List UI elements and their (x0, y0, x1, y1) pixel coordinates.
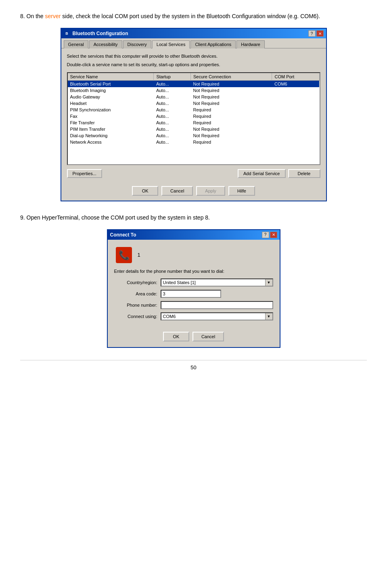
tab-general[interactable]: General (64, 40, 88, 48)
ct-phone-row: 📞 1 (114, 245, 273, 265)
tab-local-services[interactable]: Local Services (152, 40, 190, 48)
col-startup: Startup (154, 73, 191, 81)
tab-discovery[interactable]: Discovery (123, 40, 151, 48)
table-row[interactable]: Network AccessAuto...Required (68, 139, 320, 145)
ct-close-button[interactable]: ✕ (270, 232, 277, 238)
table-row[interactable]: PIM SynchronizationAuto...Required (68, 107, 320, 113)
bt-dialog: B Bluetooth Configuration ? ✕ General Ac… (61, 28, 327, 201)
ct-area-row: Area code: (114, 290, 273, 298)
table-row[interactable]: Audio GatewayAuto...Not Required (68, 94, 320, 100)
table-row[interactable]: Dial-up NetworkingAuto...Not Required (68, 132, 320, 139)
bt-titlebar: B Bluetooth Configuration ? ✕ (61, 29, 326, 38)
apply-button[interactable]: Apply (196, 186, 225, 196)
step8-text: 8. On the server side, check the local C… (20, 12, 367, 21)
bt-logo-icon: B (64, 30, 70, 37)
bt-body: Select the services that this computer w… (61, 48, 326, 183)
add-serial-service-button[interactable]: Add Serial Service (238, 169, 286, 178)
bt-bottom-btns: Properties... Add Serial Service Delete (67, 169, 320, 178)
cancel-button[interactable]: Cancel (161, 186, 193, 196)
ct-footer: OK Cancel (108, 329, 280, 347)
ct-cancel-button[interactable]: Cancel (192, 332, 224, 341)
ct-ok-button[interactable]: OK (163, 332, 189, 341)
bt-tabs: General Accessibility Discovery Local Se… (61, 38, 326, 48)
ct-titlebar-controls: ? ✕ (262, 232, 277, 238)
page-number: 50 (20, 360, 367, 370)
ct-connect-value: COM6 (161, 314, 265, 319)
ct-phone-label: Phone number: (114, 303, 161, 308)
col-service-name: Service Name (68, 73, 154, 81)
bt-service-table: Service Name Startup Secure Connection C… (68, 73, 320, 145)
col-com: COM Port (272, 73, 319, 81)
tab-client-applications[interactable]: Client Applications (190, 40, 236, 48)
bt-service-table-wrapper: Service Name Startup Secure Connection C… (67, 72, 320, 165)
table-row[interactable]: Bluetooth ImagingAuto...Not Required (68, 87, 320, 94)
ct-area-input[interactable] (161, 290, 221, 298)
ct-connect-row: Connect using: COM6 ▼ (114, 312, 273, 320)
titlebar-controls: ? ✕ (308, 30, 324, 37)
ct-body: 📞 1 Enter details for the phone number t… (108, 240, 280, 329)
ok-button[interactable]: OK (132, 186, 158, 196)
svg-text:📞: 📞 (118, 250, 130, 261)
ct-help-button[interactable]: ? (262, 232, 269, 238)
table-row[interactable]: FaxAuto...Required (68, 113, 320, 119)
delete-button[interactable]: Delete (288, 169, 320, 178)
close-button[interactable]: ✕ (316, 30, 324, 37)
ct-country-arrow-icon: ▼ (265, 279, 272, 286)
step9-text: 9. Open HyperTerminal, choose the COM po… (20, 213, 367, 222)
ct-desc: Enter details for the phone number that … (114, 269, 273, 274)
help-button[interactable]: ? (308, 30, 316, 37)
ct-titlebar: Connect To ? ✕ (108, 230, 280, 240)
ct-country-label: Country/region: (114, 280, 161, 285)
table-row[interactable]: PIM Item TransferAuto...Not Required (68, 126, 320, 132)
ct-connect-label: Connect using: (114, 314, 161, 319)
bt-dialog-title: Bluetooth Configuration (73, 31, 128, 36)
bt-dialog-container: B Bluetooth Configuration ? ✕ General Ac… (20, 28, 367, 201)
ct-country-select[interactable]: United States [1] ▼ (161, 278, 273, 287)
ct-dialog-container: Connect To ? ✕ 📞 1 Enter details for the… (20, 229, 367, 348)
phone-icon: 📞 (114, 245, 134, 265)
server-word: server (45, 13, 61, 19)
bt-dialog-footer: OK Cancel Apply Hilfe (61, 183, 326, 201)
hilfe-button[interactable]: Hilfe (228, 186, 255, 196)
ct-country-value: United States [1] (161, 280, 265, 285)
tab-accessibility[interactable]: Accessibility (89, 40, 122, 48)
properties-button[interactable]: Properties... (67, 169, 102, 178)
ct-phone-row2: Phone number: (114, 301, 273, 309)
bt-titlebar-title: B Bluetooth Configuration (64, 30, 128, 37)
ct-connect-arrow-icon: ▼ (265, 313, 272, 320)
bt-desc2: Double-click a service name to set its s… (67, 62, 320, 68)
ct-phone-input[interactable] (161, 301, 273, 309)
ct-label-number: 1 (138, 252, 140, 258)
col-secure: Secure Connection (191, 73, 272, 81)
table-row[interactable]: File TransferAuto...Required (68, 119, 320, 126)
ct-connect-select[interactable]: COM6 ▼ (161, 312, 273, 320)
ct-dialog: Connect To ? ✕ 📞 1 Enter details for the… (107, 229, 280, 348)
ct-country-row: Country/region: United States [1] ▼ (114, 278, 273, 287)
ct-dialog-title: Connect To (110, 232, 136, 238)
ct-titlebar-title: Connect To (110, 232, 136, 238)
tab-hardware[interactable]: Hardware (236, 40, 265, 48)
ct-area-label: Area code: (114, 291, 161, 296)
table-row[interactable]: Bluetooth Serial PortAuto...Not Required… (68, 80, 320, 87)
table-row[interactable]: HeadsetAuto...Not Required (68, 100, 320, 107)
bt-desc1: Select the services that this computer w… (67, 53, 320, 59)
